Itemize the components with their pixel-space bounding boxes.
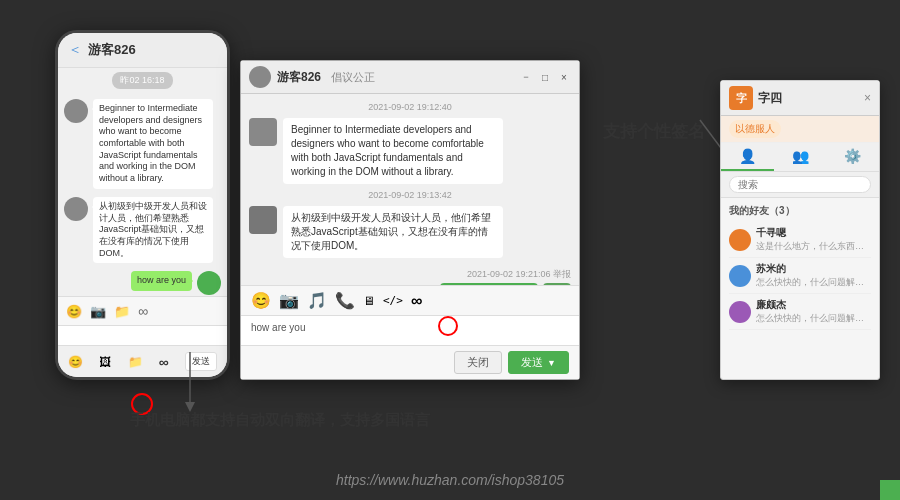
footer-url: https://www.huzhan.com/ishop38105: [336, 472, 564, 488]
desktop-titlebar: 游客826 倡议公正 － □ ×: [241, 61, 579, 94]
contact-friends-section: 我的好友（3） 千寻嗯 这是什么地方，什么东西啊嗯... 苏米的 怎么快快的，什…: [721, 198, 879, 336]
friend-info-2: 苏米的 怎么快快的，什么问题解决了么...: [756, 262, 871, 289]
desktop-close-button[interactable]: 关闭: [454, 351, 502, 374]
contact-status-text: 以德服人: [729, 120, 781, 138]
restore-button[interactable]: □: [538, 70, 552, 84]
contact-avatar: 字: [729, 86, 753, 110]
desktop-window-controls: － □ ×: [519, 70, 571, 84]
phone-avatar-other-2: [64, 197, 88, 221]
desktop-bubble-2: 从初级到中级开发人员和设计人员，他们希望熟悉JavaScript基础知识，又想在…: [283, 206, 503, 258]
annotation-translate: 手机电脑都支持自动双向翻译，支持多国语言: [130, 411, 430, 430]
phone-avatar-self: [197, 271, 221, 295]
phone-bubble-2: 从初级到中级开发人员和设计人员，他们希望熟悉JavaScript基础知识，又想在…: [93, 197, 213, 263]
contact-panel-header: 字 字四 ×: [721, 81, 879, 116]
desktop-chat-name: 游客826 倡议公正: [277, 69, 519, 86]
friend-avatar-1: [729, 229, 751, 251]
friend-name-2: 苏米的: [756, 262, 871, 276]
desktop-chat-avatar: [249, 66, 271, 88]
phone-header: ＜ 游客826: [58, 33, 227, 68]
phone-message-own: how are you: [64, 271, 221, 295]
phone-toolbar: 😊 📷 📁 ∞: [58, 296, 227, 325]
friend-msg-1: 这是什么地方，什么东西啊嗯...: [756, 240, 871, 253]
desktop-send-button[interactable]: 发送 ▼: [508, 351, 569, 374]
friend-info-1: 千寻嗯 这是什么地方，什么东西啊嗯...: [756, 226, 871, 253]
phone-bottom-img[interactable]: 🖼: [99, 355, 111, 369]
friend-avatar-2: [729, 265, 751, 287]
desktop-chat-window: 游客826 倡议公正 － □ × 2021-09-02 19:12:40 Beg…: [240, 60, 580, 380]
phone-title: 游客826: [88, 41, 136, 59]
phone-message-incoming-1: Beginner to Intermediate developers and …: [64, 99, 221, 189]
close-button[interactable]: ×: [557, 70, 571, 84]
contact-search-input[interactable]: [729, 176, 871, 193]
camera-icon[interactable]: 📷: [90, 304, 106, 319]
desktop-date-2: 2021-09-02 19:13:42: [249, 190, 571, 200]
contact-status: 以德服人: [721, 116, 879, 143]
phone-send-button[interactable]: 发送: [185, 352, 217, 371]
friend-item-3[interactable]: 廉颇杰 怎么快快的，什么问题解决了么...: [729, 294, 871, 330]
friend-name-1: 千寻嗯: [756, 226, 871, 240]
desktop-phone-icon[interactable]: 📞: [335, 291, 355, 310]
green-corner-badge: [880, 480, 900, 500]
annotation-signature: 支持个性签名: [603, 120, 705, 143]
infinity-icon-phone[interactable]: ∞: [138, 303, 148, 319]
contact-tab-settings[interactable]: ⚙️: [826, 143, 879, 171]
friend-avatar-3: [729, 301, 751, 323]
phone-input-area[interactable]: [58, 325, 227, 345]
desktop-avatar-1: [249, 118, 277, 146]
phone-message-incoming-2: 从初级到中级开发人员和设计人员，他们希望熟悉JavaScript基础知识，又想在…: [64, 197, 221, 263]
phone-bottom-infinity[interactable]: ∞: [159, 354, 169, 370]
phone-bubble-1: Beginner to Intermediate developers and …: [93, 99, 213, 189]
friend-msg-3: 怎么快快的，什么问题解决了么...: [756, 312, 871, 325]
desktop-msg-incoming-1: Beginner to Intermediate developers and …: [249, 118, 571, 184]
minimize-button[interactable]: －: [519, 70, 533, 84]
desktop-infinity-icon[interactable]: ∞: [411, 292, 422, 310]
desktop-bubble-1: Beginner to Intermediate developers and …: [283, 118, 503, 184]
desktop-msg-incoming-2: 从初级到中级开发人员和设计人员，他们希望熟悉JavaScript基础知识，又想在…: [249, 206, 571, 258]
phone-screen: ＜ 游客826 昨02 16:18 Beginner to Intermedia…: [58, 33, 227, 377]
contact-search-bar: [721, 172, 879, 198]
phone-bottom-emoji[interactable]: 😊: [68, 355, 83, 369]
desktop-bottom-buttons: 关闭 发送 ▼: [241, 345, 579, 379]
desktop-input-area[interactable]: how are you: [241, 315, 579, 345]
my-friends-label: 我的好友（3）: [729, 204, 871, 218]
desktop-screen-icon[interactable]: 🖥: [363, 294, 375, 308]
friend-msg-2: 怎么快快的，什么问题解决了么...: [756, 276, 871, 289]
desktop-avatar-2: [249, 206, 277, 234]
desktop-music-icon[interactable]: 🎵: [307, 291, 327, 310]
desktop-date-3: 2021-09-02 19:21:06 举报: [467, 268, 571, 281]
friend-item-1[interactable]: 千寻嗯 这是什么地方，什么东西啊嗯...: [729, 222, 871, 258]
desktop-date-1: 2021-09-02 19:12:40: [249, 102, 571, 112]
emoji-icon[interactable]: 😊: [66, 304, 82, 319]
friend-info-3: 廉颇杰 怎么快快的，什么问题解决了么...: [756, 298, 871, 325]
desktop-code-icon[interactable]: </>: [383, 294, 403, 307]
folder-icon[interactable]: 📁: [114, 304, 130, 319]
contact-panel: 字 字四 × 以德服人 👤 👥 ⚙️ 我的好友（3） 千寻嗯 这是什么地方，什么…: [720, 80, 880, 380]
friend-item-2[interactable]: 苏米的 怎么快快的，什么问题解决了么...: [729, 258, 871, 294]
phone-bottom-toolbar: 😊 🖼 📁 ∞ 发送: [58, 345, 227, 377]
phone-chat-area: Beginner to Intermediate developers and …: [58, 93, 227, 296]
phone-bottom-folder[interactable]: 📁: [128, 355, 143, 369]
contact-close-button[interactable]: ×: [864, 91, 871, 105]
contact-tab-person[interactable]: 👤: [721, 143, 774, 171]
contact-tab-group[interactable]: 👥: [774, 143, 827, 171]
phone-back-icon[interactable]: ＜: [68, 41, 82, 59]
friend-name-3: 廉颇杰: [756, 298, 871, 312]
send-arrow-icon: ▼: [547, 358, 556, 368]
desktop-toolbar: 😊 📷 🎵 📞 🖥 </> ∞: [241, 285, 579, 315]
desktop-emoji-icon[interactable]: 😊: [251, 291, 271, 310]
desktop-chat-area: 2021-09-02 19:12:40 Beginner to Intermed…: [241, 94, 579, 285]
desktop-camera-icon[interactable]: 📷: [279, 291, 299, 310]
contact-name: 字四: [758, 90, 864, 107]
phone-date-badge: 昨02 16:18: [112, 72, 172, 89]
phone-bubble-own: how are you: [131, 271, 192, 291]
contact-tabs: 👤 👥 ⚙️: [721, 143, 879, 172]
desktop-own-msg-group: 2021-09-02 19:21:06 举报 how are you doing: [249, 268, 571, 285]
phone-avatar-other: [64, 99, 88, 123]
phone-mockup: ＜ 游客826 昨02 16:18 Beginner to Intermedia…: [55, 30, 230, 380]
